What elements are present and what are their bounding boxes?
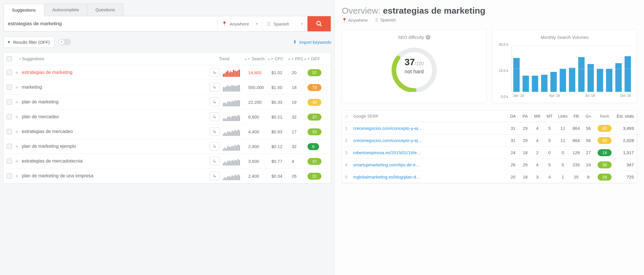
chart-bar[interactable]: [625, 56, 631, 92]
table-row[interactable]: ★ plan de mercadeo ↳ 6,600 $0.21 32 37: [4, 110, 331, 124]
keyword-text[interactable]: plan de marketing ejemplo: [22, 144, 210, 149]
filter-toggle[interactable]: [58, 39, 71, 45]
row-checkbox[interactable]: [7, 70, 12, 75]
expand-row-button[interactable]: ↳: [210, 172, 219, 180]
serp-url[interactable]: mglobalmarketing.es/blog/plan-d…: [353, 174, 507, 179]
serp-row[interactable]: 5 mglobalmarketing.es/blog/plan-d… 20 18…: [342, 171, 637, 183]
expand-row-button[interactable]: ↳: [210, 98, 219, 106]
col-trend[interactable]: Trend: [219, 57, 241, 61]
keyword-text[interactable]: estrategias de mercadeo: [22, 129, 210, 134]
table-row[interactable]: ★ plan de marketing ↳ 22,200 $0.33 19 40: [4, 95, 331, 110]
table-row[interactable]: ★ estrategias de mercadotecnia ↳ 3,600 $…: [4, 154, 331, 169]
keyword-text[interactable]: plan de marketing: [22, 99, 210, 105]
chart-bar[interactable]: [541, 75, 547, 92]
star-icon[interactable]: ★: [15, 159, 19, 164]
star-icon[interactable]: ★: [15, 85, 19, 90]
table-row[interactable]: ★ estrategias de mercadeo ↳ 4,400 $0.93 …: [4, 124, 331, 139]
row-checkbox[interactable]: [7, 173, 12, 179]
row-checkbox[interactable]: [7, 114, 12, 119]
sort-icon: ▲▼: [288, 58, 294, 60]
chart-bar[interactable]: [615, 63, 622, 92]
serp-url[interactable]: smartupmarketing.com/tips-de-e…: [353, 162, 507, 167]
chart-bar[interactable]: [569, 68, 575, 92]
col-suggestions[interactable]: ▾ Suggestions: [19, 57, 205, 61]
chart-bar[interactable]: [560, 69, 566, 92]
chart-bar[interactable]: [532, 76, 538, 92]
keyword-input[interactable]: [4, 16, 218, 31]
col-mr[interactable]: MR: [531, 114, 543, 119]
star-icon[interactable]: ★: [15, 144, 19, 149]
chart-bar[interactable]: [578, 57, 585, 92]
serp-row[interactable]: 1 crecenegocios.com/concepto-y-ej… 31 29…: [342, 122, 637, 134]
expand-row-button[interactable]: ↳: [210, 157, 219, 165]
row-checkbox[interactable]: [7, 99, 12, 105]
col-cpc[interactable]: ▲▼CPC: [267, 57, 288, 61]
col-mt[interactable]: MT: [543, 114, 556, 119]
keyword-text[interactable]: plan de marketing de una empresa: [22, 173, 210, 179]
star-icon[interactable]: ★: [15, 173, 19, 179]
col-visits[interactable]: Est. visits: [615, 114, 634, 119]
da-value: 20: [507, 174, 519, 179]
col-rank[interactable]: Rank: [594, 114, 615, 119]
serp-url[interactable]: crecenegocios.com/concepto-y-ej…: [353, 138, 507, 143]
search-button[interactable]: [308, 16, 331, 31]
col-pa[interactable]: PA: [519, 114, 531, 119]
star-icon[interactable]: ★: [15, 70, 19, 75]
serp-url[interactable]: crecenegocios.com/concepto-y-ej…: [353, 126, 507, 131]
serp-url[interactable]: robertoespinosa.es/2015/01/16/e…: [353, 150, 507, 155]
serp-row[interactable]: 4 smartupmarketing.com/tips-de-e… 26 29 …: [342, 159, 637, 171]
chart-bar[interactable]: [597, 69, 603, 92]
tab-questions[interactable]: Questions: [87, 3, 123, 16]
col-search[interactable]: ▲▼Search: [244, 57, 267, 61]
keyword-text[interactable]: estrategias de mercadotecnia: [22, 159, 210, 164]
row-checkbox[interactable]: [7, 85, 12, 90]
table-row[interactable]: ★ plan de marketing ejemplo ↳ 2,900 $0.1…: [4, 139, 331, 154]
keyword-text[interactable]: plan de mercadeo: [22, 114, 210, 119]
star-icon[interactable]: ★: [15, 114, 19, 120]
chart-bar[interactable]: [606, 69, 612, 92]
col-gplus[interactable]: G+: [582, 114, 594, 119]
help-icon[interactable]: ?: [426, 35, 430, 40]
table-row[interactable]: ★ estrategias de marketing ↳ 14,800 $1.0…: [4, 65, 331, 80]
expand-row-button[interactable]: ↳: [210, 68, 219, 77]
expand-icon[interactable]: ⤢: [345, 114, 353, 119]
expand-row-button[interactable]: ↳: [210, 142, 219, 151]
table-row[interactable]: ★ plan de marketing de una empresa ↳ 2,4…: [4, 169, 331, 183]
cpc-value: $1.02: [271, 70, 292, 75]
col-da[interactable]: DA: [507, 114, 519, 119]
chart-bar[interactable]: [550, 72, 557, 92]
expand-row-button[interactable]: ↳: [210, 127, 219, 136]
location-dropdown[interactable]: 📍Anywhere ▼: [218, 16, 263, 31]
select-all-checkbox[interactable]: [7, 56, 12, 61]
links-value: 11: [556, 138, 570, 143]
serp-row[interactable]: 2 crecenegocios.com/concepto-y-ej… 31 29…: [342, 134, 637, 147]
serp-row[interactable]: 3 robertoespinosa.es/2015/01/16/e… 24 18…: [342, 147, 637, 159]
col-links[interactable]: Links: [556, 114, 570, 119]
expand-row-button[interactable]: ↳: [210, 112, 219, 121]
table-body[interactable]: ★ estrategias de marketing ↳ 14,800 $1.0…: [4, 65, 331, 183]
row-checkbox[interactable]: [7, 144, 12, 149]
keyword-text[interactable]: estrategias de marketing: [22, 70, 210, 75]
import-keywords-link[interactable]: ⬆ Import keywords: [293, 39, 331, 45]
col-diff[interactable]: ▲▼DIFF: [303, 57, 324, 61]
mt-value: 4: [543, 174, 556, 179]
overview-meta: 📍 Anywhere 文 Spanish: [342, 17, 637, 23]
chart-bar[interactable]: [513, 58, 520, 92]
expand-row-button[interactable]: ↳: [210, 83, 219, 92]
language-dropdown[interactable]: 文Spanish ▼: [263, 16, 308, 31]
row-checkbox[interactable]: [7, 129, 12, 134]
col-ppc[interactable]: ▲▼PPC: [288, 57, 303, 61]
keyword-text[interactable]: marketing: [22, 85, 210, 90]
row-checkbox[interactable]: [7, 159, 12, 164]
search-icon: [316, 21, 322, 27]
tab-autocomplete[interactable]: Autocomplete: [44, 3, 88, 16]
results-filter-button[interactable]: ▾ Results filter (OFF): [3, 36, 54, 48]
star-icon[interactable]: ★: [15, 129, 19, 134]
tab-suggestions[interactable]: Suggestions: [3, 4, 44, 16]
chart-bar[interactable]: [523, 76, 529, 92]
col-fb[interactable]: FB: [570, 114, 582, 119]
star-icon[interactable]: ★: [15, 99, 19, 105]
chart-bar[interactable]: [587, 64, 594, 92]
table-row[interactable]: ★ marketing ↳ 550,000 $1.50 18 73: [4, 80, 331, 95]
col-serp[interactable]: Google SERP: [353, 114, 507, 119]
